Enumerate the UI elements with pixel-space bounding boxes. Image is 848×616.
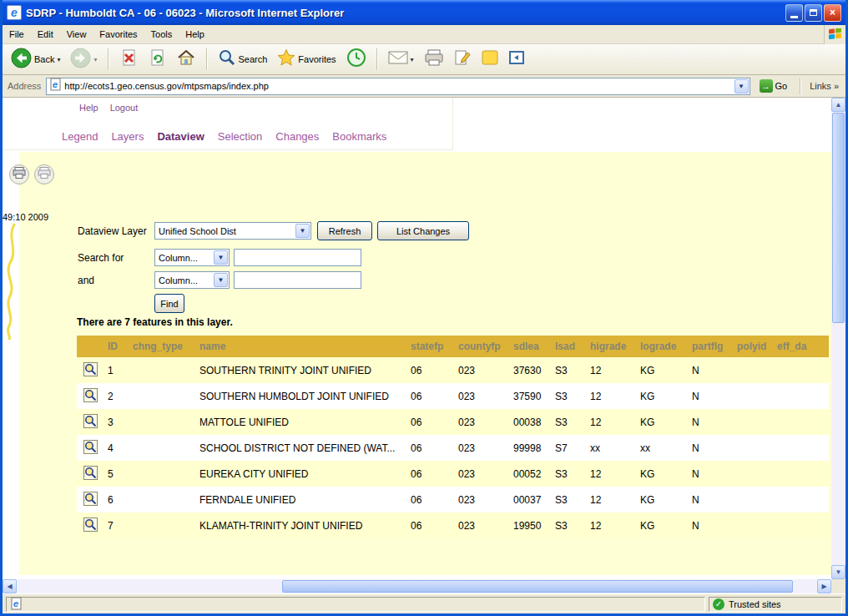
cell-partflg: N <box>689 409 734 435</box>
cell-partflg: N <box>689 512 734 538</box>
cell-ID: 3 <box>104 409 129 435</box>
magnifier-icon[interactable] <box>83 414 98 428</box>
cell-lsad: S3 <box>552 512 587 538</box>
magnifier-icon[interactable] <box>83 466 98 480</box>
cell-statefp: 06 <box>407 383 455 409</box>
cell-polyid <box>734 461 774 487</box>
print-button[interactable] <box>421 47 447 72</box>
discuss-button[interactable] <box>505 47 528 72</box>
cell-partflg: N <box>689 461 734 487</box>
column-header-higrade: higrade <box>587 336 637 357</box>
forward-dropdown-icon[interactable]: ▾ <box>93 56 97 63</box>
cell-countyfp: 023 <box>455 409 510 435</box>
menu-favorites[interactable]: Favorites <box>93 27 144 42</box>
cell-higrade: 12 <box>587 512 637 538</box>
and-label: and <box>78 275 154 286</box>
back-dropdown-icon[interactable]: ▾ <box>57 56 60 63</box>
cell-higrade: 12 <box>587 383 637 409</box>
cell-eff_da <box>774 461 829 487</box>
search-column-select-1[interactable]: Column... ▼ <box>154 249 230 266</box>
chevron-down-icon: ▼ <box>214 250 228 265</box>
logout-link[interactable]: Logout <box>110 103 139 113</box>
help-link[interactable]: Help <box>79 103 98 113</box>
magnifier-icon[interactable] <box>83 388 98 402</box>
nav-item-bookmarks[interactable]: Bookmarks <box>332 130 386 143</box>
magnifier-icon[interactable] <box>83 440 98 454</box>
search-value-input-2[interactable] <box>234 271 361 289</box>
scroll-left-icon[interactable]: ◀ <box>3 579 17 593</box>
restore-button[interactable] <box>805 4 822 22</box>
cell-eff_da <box>774 357 829 383</box>
back-button[interactable]: Back ▾ <box>8 45 63 74</box>
windows-logo-icon <box>824 25 845 44</box>
find-button[interactable]: Find <box>154 294 184 313</box>
menu-edit[interactable]: Edit <box>31 27 60 42</box>
horizontal-scroll-thumb[interactable] <box>282 580 793 593</box>
address-input[interactable]: e http://ecots1.geo.census.gov/mtpsmaps/… <box>46 78 750 95</box>
scroll-down-icon[interactable]: ▼ <box>831 565 845 579</box>
cell-polyid <box>734 435 774 461</box>
scroll-right-icon[interactable]: ▶ <box>817 579 831 593</box>
cell-lsad: S3 <box>552 409 587 435</box>
vertical-scroll-thumb[interactable] <box>832 113 845 323</box>
forward-button[interactable]: ▾ <box>67 45 100 74</box>
refresh-layer-button[interactable]: Refresh <box>317 221 372 240</box>
search-value-input-1[interactable] <box>234 249 361 266</box>
scroll-up-icon[interactable]: ▲ <box>831 98 845 112</box>
column-header-ID: ID <box>104 336 129 357</box>
column-header-lograde: lograde <box>637 336 689 357</box>
menu-help[interactable]: Help <box>179 27 211 42</box>
messenger-button[interactable] <box>478 47 502 72</box>
history-icon <box>346 48 366 71</box>
cell-eff_da <box>774 383 829 409</box>
home-button[interactable] <box>173 46 199 73</box>
favorites-star-icon <box>277 48 295 70</box>
address-label: Address <box>8 81 41 91</box>
cell-ID: 6 <box>104 487 129 512</box>
cell-name: SCHOOL DISTRICT NOT DEFINED (WAT... <box>196 435 407 461</box>
vertical-scrollbar[interactable]: ▲ ▼ <box>831 98 845 579</box>
nav-item-selection[interactable]: Selection <box>218 130 262 143</box>
links-button[interactable]: Links » <box>810 81 840 91</box>
print-page-button[interactable] <box>9 164 29 184</box>
print-preview-icon <box>38 167 51 182</box>
layer-select[interactable]: Unified School Dist ▼ <box>154 222 311 240</box>
favorites-button[interactable]: Favorites <box>274 46 339 73</box>
mail-dropdown-icon[interactable]: ▾ <box>411 56 414 63</box>
table-body: 1SOUTHERN TRINITY JOINT UNIFIED060233763… <box>77 357 829 538</box>
nav-item-changes[interactable]: Changes <box>275 130 319 143</box>
column-header-eff_da: eff_da <box>774 336 829 357</box>
cell-chng_type <box>129 512 196 538</box>
horizontal-scrollbar[interactable]: ◀ ▶ <box>3 579 831 593</box>
magnifier-icon[interactable] <box>83 362 98 376</box>
magnifier-icon[interactable] <box>83 492 98 506</box>
features-table: IDchng_typenamestatefpcountyfpsdlealsadh… <box>77 336 829 538</box>
trusted-sites-label: Trusted sites <box>729 599 781 609</box>
stop-button[interactable] <box>116 46 141 73</box>
refresh-button[interactable] <box>144 46 169 73</box>
page-icon: e <box>49 78 62 94</box>
magnifier-icon[interactable] <box>83 518 98 532</box>
history-button[interactable] <box>343 45 370 73</box>
go-label: Go <box>775 81 788 91</box>
search-column-select-2[interactable]: Column... ▼ <box>154 271 230 289</box>
mail-button[interactable]: ▾ <box>385 48 417 71</box>
address-dropdown-icon[interactable]: ▼ <box>734 79 749 93</box>
print-preview-button[interactable] <box>34 164 54 184</box>
layer-label: Dataview Layer <box>78 225 154 237</box>
menu-view[interactable]: View <box>60 27 93 42</box>
cell-lograde: KG <box>637 512 689 538</box>
nav-item-layers[interactable]: Layers <box>111 130 144 143</box>
close-button[interactable]: × <box>824 4 841 22</box>
web-page: Help Logout LegendLayersDataviewSelectio… <box>3 98 831 579</box>
edit-button[interactable] <box>451 47 475 72</box>
minimize-button[interactable] <box>785 4 803 22</box>
nav-item-legend[interactable]: Legend <box>62 130 98 143</box>
menu-file[interactable]: File <box>3 27 31 42</box>
list-changes-button[interactable]: List Changes <box>377 221 469 240</box>
search-button[interactable]: Search <box>215 46 271 73</box>
nav-item-dataview[interactable]: Dataview <box>157 130 204 143</box>
menu-tools[interactable]: Tools <box>144 27 179 42</box>
go-button[interactable]: → Go <box>755 78 792 94</box>
cell-chng_type <box>129 461 196 487</box>
